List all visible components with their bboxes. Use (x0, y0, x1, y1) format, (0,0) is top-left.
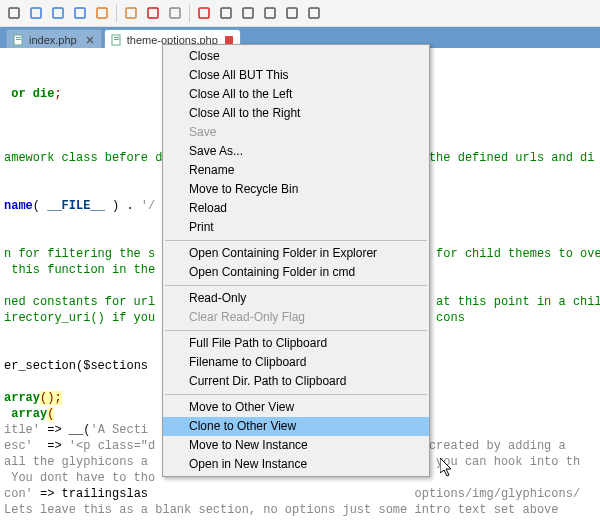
svg-rect-2 (53, 8, 63, 18)
list-icon[interactable] (4, 3, 24, 23)
svg-rect-8 (199, 8, 209, 18)
svg-rect-5 (126, 8, 136, 18)
fastfwd-icon[interactable] (282, 3, 302, 23)
ctx-print[interactable]: Print (163, 218, 429, 237)
svg-rect-15 (16, 37, 21, 38)
svg-rect-12 (287, 8, 297, 18)
svg-rect-20 (225, 36, 233, 44)
ctx-close-left[interactable]: Close All to the Left (163, 85, 429, 104)
php-file-icon (13, 34, 25, 46)
svg-rect-18 (114, 37, 119, 38)
tab-index[interactable]: index.php (6, 29, 102, 49)
ctx-readonly[interactable]: Read-Only (163, 289, 429, 308)
record-a-icon[interactable] (143, 3, 163, 23)
svg-rect-13 (309, 8, 319, 18)
eye-icon[interactable] (165, 3, 185, 23)
clipboard-icon[interactable] (121, 3, 141, 23)
record-icon[interactable] (194, 3, 214, 23)
svg-rect-16 (16, 39, 21, 40)
wrap-icon[interactable] (92, 3, 112, 23)
ctx-cmd[interactable]: Open Containing Folder in cmd (163, 263, 429, 282)
ctx-dirpath[interactable]: Current Dir. Path to Clipboard (163, 372, 429, 391)
toolbar (0, 0, 600, 27)
unsaved-icon (224, 35, 234, 45)
ctx-close-all-but[interactable]: Close All BUT This (163, 66, 429, 85)
menu-separator (165, 394, 427, 395)
ctx-fullpath[interactable]: Full File Path to Clipboard (163, 334, 429, 353)
save-macro-icon[interactable] (304, 3, 324, 23)
ctx-filename[interactable]: Filename to Clipboard (163, 353, 429, 372)
ctx-clone-view[interactable]: Clone to Other View (163, 417, 429, 436)
tab-context-menu: CloseClose All BUT ThisClose All to the … (162, 44, 430, 477)
code-line: Lets leave this as a blank section, no o… (4, 502, 596, 518)
close-icon[interactable] (85, 35, 95, 45)
indent-left-icon[interactable] (26, 3, 46, 23)
svg-rect-10 (243, 8, 253, 18)
menu-separator (165, 285, 427, 286)
code-line: con' => trailingslas options/img/glyphic… (4, 486, 596, 502)
menu-separator (165, 330, 427, 331)
ctx-move-view[interactable]: Move to Other View (163, 398, 429, 417)
svg-rect-6 (148, 8, 158, 18)
mouse-cursor-icon (440, 458, 456, 478)
ctx-recycle[interactable]: Move to Recycle Bin (163, 180, 429, 199)
ctx-close[interactable]: Close (163, 47, 429, 66)
ctx-open-inst[interactable]: Open in New Instance (163, 455, 429, 474)
stop-icon[interactable] (216, 3, 236, 23)
svg-rect-0 (9, 8, 19, 18)
svg-rect-19 (114, 39, 119, 40)
ctx-save-as[interactable]: Save As... (163, 142, 429, 161)
php-file-icon (111, 34, 123, 46)
svg-rect-3 (75, 8, 85, 18)
svg-rect-1 (31, 8, 41, 18)
paragraph-icon[interactable] (70, 3, 90, 23)
ctx-move-inst[interactable]: Move to New Instance (163, 436, 429, 455)
play-icon[interactable] (238, 3, 258, 23)
svg-rect-9 (221, 8, 231, 18)
ctx-close-right[interactable]: Close All to the Right (163, 104, 429, 123)
ctx-reload[interactable]: Reload (163, 199, 429, 218)
toolbar-separator (189, 4, 190, 22)
indent-right-icon[interactable] (48, 3, 68, 23)
ctx-rename[interactable]: Rename (163, 161, 429, 180)
toolbar-separator (116, 4, 117, 22)
ctx-clear-readonly: Clear Read-Only Flag (163, 308, 429, 327)
svg-rect-11 (265, 8, 275, 18)
svg-rect-4 (97, 8, 107, 18)
ctx-save: Save (163, 123, 429, 142)
ctx-explorer[interactable]: Open Containing Folder in Explorer (163, 244, 429, 263)
svg-rect-7 (170, 8, 180, 18)
menu-separator (165, 240, 427, 241)
step-icon[interactable] (260, 3, 280, 23)
tab-label: index.php (29, 34, 77, 46)
